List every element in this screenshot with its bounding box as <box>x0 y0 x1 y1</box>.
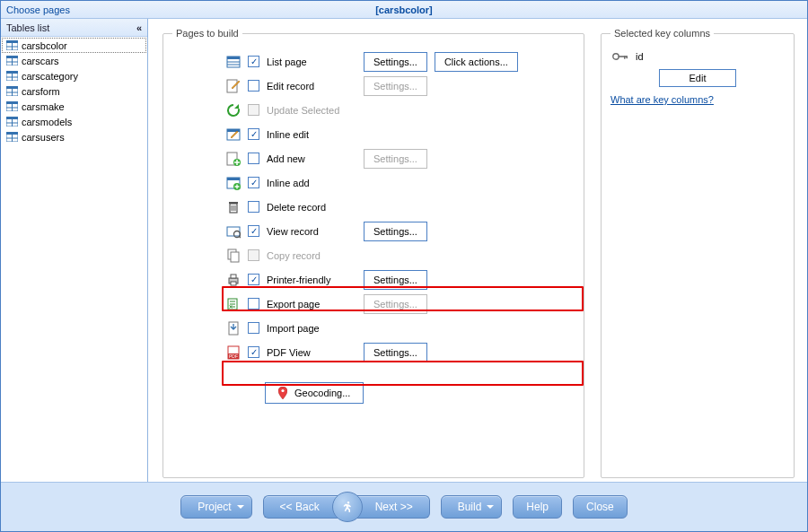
page-row-list: ✓List pageSettings...Click actions... <box>226 49 575 74</box>
pdf-icon: PDF <box>226 345 241 360</box>
view-label: View record <box>267 226 356 237</box>
table-icon <box>6 40 18 50</box>
table-item-carsmodels[interactable]: carsmodels <box>2 114 146 129</box>
import-checkbox[interactable] <box>248 322 259 334</box>
pdf-checkbox[interactable]: ✓ <box>248 346 259 358</box>
page-row-edit: Edit recordSettings... <box>226 74 575 98</box>
export-label: Export page <box>267 299 356 310</box>
table-icon <box>6 101 18 111</box>
table-item-label: carsmake <box>22 101 65 112</box>
delete-label: Delete record <box>267 202 356 213</box>
copy-checkbox <box>248 249 259 261</box>
edit-key-columns-button[interactable]: Edit <box>659 69 736 87</box>
titlebar: Choose pages [carsbcolor] <box>1 1 807 19</box>
what-are-key-columns-link[interactable]: What are key columns? <box>610 94 714 105</box>
list-checkbox[interactable]: ✓ <box>248 56 259 67</box>
page-row-print: ✓Printer-friendlySettings... <box>226 267 575 292</box>
inline-edit-icon <box>226 127 241 142</box>
table-item-label: carsform <box>22 86 60 97</box>
copy-label: Copy record <box>267 250 356 261</box>
key-column-name: id <box>636 51 644 62</box>
svg-rect-9 <box>6 71 18 74</box>
nav-circle <box>332 492 363 522</box>
list-icon <box>226 55 241 69</box>
refresh-label: Update Selected <box>267 105 356 116</box>
inline-edit-checkbox[interactable]: ✓ <box>248 128 259 140</box>
pdf-label: PDF View <box>267 347 356 358</box>
print-icon <box>226 273 241 287</box>
delete-checkbox[interactable] <box>248 201 259 213</box>
help-button[interactable]: Help <box>513 495 562 519</box>
nav-group: << Back Next >> <box>263 492 430 522</box>
list-click-actions-button[interactable]: Click actions... <box>435 52 518 72</box>
runner-icon <box>340 500 355 514</box>
svg-rect-1 <box>6 40 18 43</box>
add-checkbox[interactable] <box>248 153 259 164</box>
inline-edit-label: Inline edit <box>267 129 356 140</box>
svg-rect-29 <box>227 57 240 59</box>
sidebar-collapse-icon[interactable]: « <box>136 22 142 33</box>
svg-rect-62 <box>624 56 626 58</box>
view-settings-button[interactable]: Settings... <box>364 222 427 241</box>
edit-icon <box>226 79 241 93</box>
list-settings-button[interactable]: Settings... <box>364 52 427 72</box>
export-settings-button: Settings... <box>364 294 427 314</box>
build-button[interactable]: Build <box>441 495 503 519</box>
svg-rect-5 <box>6 56 18 58</box>
key-columns-legend: Selected key columns <box>610 28 714 39</box>
view-checkbox[interactable]: ✓ <box>248 225 259 237</box>
titlebar-left: Choose pages <box>1 4 147 15</box>
page-row-import: Import page <box>226 316 575 340</box>
add-settings-button: Settings... <box>364 149 427 169</box>
project-button[interactable]: Project <box>180 495 251 519</box>
add-icon <box>226 152 241 166</box>
print-checkbox[interactable]: ✓ <box>248 274 259 285</box>
geocoding-label: Geocoding... <box>294 388 350 398</box>
table-icon <box>6 117 18 126</box>
close-button[interactable]: Close <box>573 495 628 519</box>
svg-rect-52 <box>231 282 236 285</box>
pdf-settings-button[interactable]: Settings... <box>364 343 427 362</box>
table-item-label: carsusers <box>22 132 65 143</box>
export-checkbox[interactable] <box>248 298 259 310</box>
edit-checkbox[interactable] <box>248 80 259 92</box>
page-row-refresh: Update Selected <box>226 98 575 122</box>
print-label: Printer-friendly <box>267 275 356 285</box>
svg-text:PDF: PDF <box>229 353 238 359</box>
svg-rect-38 <box>227 178 240 180</box>
page-row-export: XExport pageSettings... <box>226 292 575 316</box>
next-button[interactable]: Next >> <box>352 495 430 519</box>
svg-rect-21 <box>6 117 18 119</box>
inline-add-icon <box>226 176 241 190</box>
print-settings-button[interactable]: Settings... <box>364 270 427 290</box>
table-item-label: carsmodels <box>22 117 72 127</box>
delete-icon <box>226 200 241 214</box>
table-item-carscategory[interactable]: carscategory <box>2 68 146 83</box>
table-item-carsmake[interactable]: carsmake <box>2 99 146 114</box>
sidebar-header: Tables list « <box>1 19 147 37</box>
titlebar-center: [carsbcolor] <box>147 4 661 15</box>
sidebar: Tables list « carsbcolorcarscarscarscate… <box>1 19 148 484</box>
table-item-carsbcolor[interactable]: carsbcolor <box>2 38 146 53</box>
svg-point-59 <box>281 389 284 392</box>
svg-rect-63 <box>627 56 628 58</box>
table-item-carscars[interactable]: carscars <box>2 53 146 68</box>
svg-rect-41 <box>229 202 238 204</box>
refresh-icon <box>226 103 241 118</box>
svg-rect-49 <box>231 252 239 262</box>
inline-add-label: Inline add <box>267 178 356 188</box>
pages-fieldset: Pages to build ✓List pageSettings...Clic… <box>162 28 584 478</box>
table-item-carsform[interactable]: carsform <box>2 83 146 99</box>
geocoding-button[interactable]: Geocoding... <box>265 382 364 404</box>
tables-list: carsbcolorcarscarscarscategorycarsformca… <box>1 37 147 145</box>
table-icon <box>6 132 18 142</box>
table-item-carsusers[interactable]: carsusers <box>2 129 146 144</box>
view-icon <box>226 224 241 239</box>
export-icon: X <box>226 297 241 311</box>
page-row-copy: Copy record <box>226 243 575 267</box>
back-button[interactable]: << Back <box>263 495 343 519</box>
svg-text:X: X <box>229 304 233 310</box>
page-row-view: ✓View recordSettings... <box>226 219 575 243</box>
inline-add-checkbox[interactable]: ✓ <box>248 177 259 188</box>
page-row-inline-add: ✓Inline add <box>226 170 575 195</box>
